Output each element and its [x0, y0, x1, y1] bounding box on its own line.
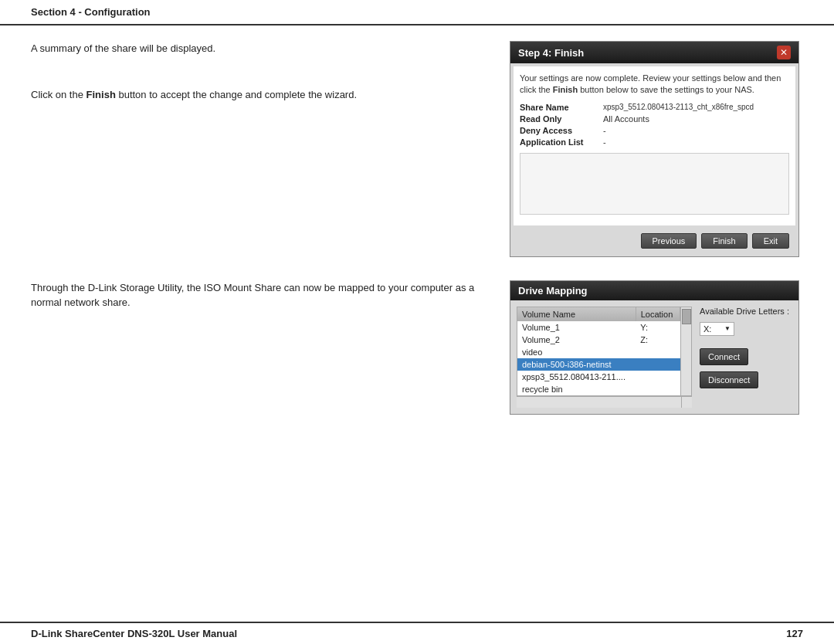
exit-button[interactable]: Exit	[752, 233, 789, 249]
row-name: recycle bin	[517, 383, 636, 395]
dialog-body: Your settings are now complete. Review y…	[514, 66, 795, 225]
field-row-share-name: Share Name xpsp3_5512.080413-2113_cht_x8…	[520, 103, 789, 112]
footer-left: D-Link ShareCenter DNS-320L User Manual	[31, 628, 237, 639]
selected-drive-letter: X:	[703, 324, 711, 334]
page-header: Section 4 - Configuration	[0, 0, 834, 25]
vertical-scrollbar[interactable]	[680, 307, 691, 395]
finish-bold: Finish	[86, 89, 116, 100]
read-only-value: All Accounts	[603, 114, 649, 124]
drive-mapping-column: Drive Mapping Volume Name Location	[510, 280, 803, 415]
dialog-intro: Your settings are now complete. Review y…	[520, 73, 789, 97]
footer-right: 127	[786, 628, 803, 639]
drive-table-wrapper: Volume Name Location Volume_1 Y:	[517, 307, 692, 408]
field-row-app-list: Application List -	[520, 137, 789, 147]
row-location	[636, 358, 680, 371]
text-block-2: Click on the Finish button to accept the…	[31, 87, 486, 103]
table-row-selected[interactable]: debian-500-i386-netinst	[517, 358, 680, 371]
horizontal-scrollbar-row	[517, 396, 692, 408]
section2-content: Through the D-Link Storage Utility, the …	[0, 265, 834, 430]
app-list-value: -	[603, 137, 606, 147]
dialog-title-bar: Step 4: Finish ✕	[510, 42, 798, 63]
click-suffix: button to accept the change and complete…	[116, 89, 357, 100]
row-location	[636, 371, 680, 383]
step4-dialog-column: Step 4: Finish ✕ Your settings are now c…	[510, 41, 803, 257]
row-name: Volume_2	[517, 334, 636, 346]
summary-text: A summary of the share will be displayed…	[31, 42, 215, 54]
row-location	[636, 383, 680, 395]
table-row[interactable]: Volume_1 Y:	[517, 321, 680, 334]
drive-letter-select-box[interactable]: X: ▼	[700, 322, 734, 336]
connect-button-wrapper: Connect	[700, 348, 792, 365]
disconnect-button-wrapper: Disconnect	[700, 371, 792, 388]
drive-table: Volume Name Location Volume_1 Y:	[517, 307, 680, 395]
col-location: Location	[636, 307, 680, 321]
drive-mapping-title-bar: Drive Mapping	[510, 281, 798, 300]
drive-table-inner: Volume Name Location Volume_1 Y:	[517, 307, 680, 395]
table-row[interactable]: video	[517, 346, 680, 358]
read-only-label: Read Only	[520, 114, 597, 124]
dialog-footer: Previous Finish Exit	[514, 229, 795, 253]
share-name-value: xpsp3_5512.080413-2113_cht_x86fre_spcd	[603, 103, 754, 112]
field-row-read-only: Read Only All Accounts	[520, 114, 789, 124]
share-name-label: Share Name	[520, 103, 597, 112]
deny-access-value: -	[603, 126, 606, 135]
dialog-title: Step 4: Finish	[518, 47, 584, 59]
dialog-empty-area	[520, 153, 789, 215]
click-prefix: Click on the	[31, 89, 86, 100]
app-list-label: Application List	[520, 137, 597, 147]
horizontal-scrollbar[interactable]	[517, 397, 681, 408]
col-volume-name: Volume Name	[517, 307, 636, 321]
row-name: debian-500-i386-netinst	[517, 358, 636, 371]
disconnect-button[interactable]: Disconnect	[700, 371, 758, 388]
drive-table-area: Volume Name Location Volume_1 Y:	[517, 307, 692, 396]
dialog-fields: Share Name xpsp3_5512.080413-2113_cht_x8…	[520, 103, 789, 147]
step4-dialog: Step 4: Finish ✕ Your settings are now c…	[510, 41, 799, 257]
row-name: xpsp3_5512.080413-211....	[517, 371, 636, 383]
dropdown-arrow-icon: ▼	[724, 325, 731, 332]
row-name: video	[517, 346, 636, 358]
drive-mapping-body: Volume Name Location Volume_1 Y:	[510, 300, 798, 414]
intro-post: button below to save the settings to you…	[578, 85, 754, 94]
row-location	[636, 346, 680, 358]
deny-access-label: Deny Access	[520, 126, 597, 135]
previous-button[interactable]: Previous	[641, 233, 697, 249]
page-footer: D-Link ShareCenter DNS-320L User Manual …	[0, 622, 834, 644]
storage-utility-text: Through the D-Link Storage Utility, the …	[31, 282, 474, 309]
scrollbar-thumb[interactable]	[682, 309, 691, 324]
table-row[interactable]: xpsp3_5512.080413-211....	[517, 371, 680, 383]
table-row[interactable]: Volume_2 Z:	[517, 334, 680, 346]
drive-right-panel: Available Drive Letters : X: ▼ Connect D…	[700, 307, 792, 408]
section1-content: A summary of the share will be displayed…	[0, 25, 834, 265]
finish-button[interactable]: Finish	[701, 233, 747, 249]
text-column-1: A summary of the share will be displayed…	[31, 41, 486, 257]
section-title: Section 4 - Configuration	[31, 6, 151, 18]
scrollbar-corner	[681, 397, 692, 408]
drive-letter-selector: X: ▼	[700, 322, 792, 336]
available-drive-letters-label: Available Drive Letters :	[700, 307, 792, 316]
drive-mapping-dialog: Drive Mapping Volume Name Location	[510, 280, 799, 415]
text-block-3: Through the D-Link Storage Utility, the …	[31, 280, 486, 310]
row-name: Volume_1	[517, 321, 636, 334]
field-row-deny-access: Deny Access -	[520, 126, 789, 135]
dialog-close-button[interactable]: ✕	[777, 46, 791, 59]
text-block-1: A summary of the share will be displayed…	[31, 41, 486, 56]
row-location: Y:	[636, 321, 680, 334]
connect-button[interactable]: Connect	[700, 348, 748, 365]
row-location: Z:	[636, 334, 680, 346]
intro-bold: Finish	[553, 85, 578, 94]
drive-mapping-title-text: Drive Mapping	[518, 285, 588, 297]
text-column-2: Through the D-Link Storage Utility, the …	[31, 280, 486, 415]
table-row[interactable]: recycle bin	[517, 383, 680, 395]
